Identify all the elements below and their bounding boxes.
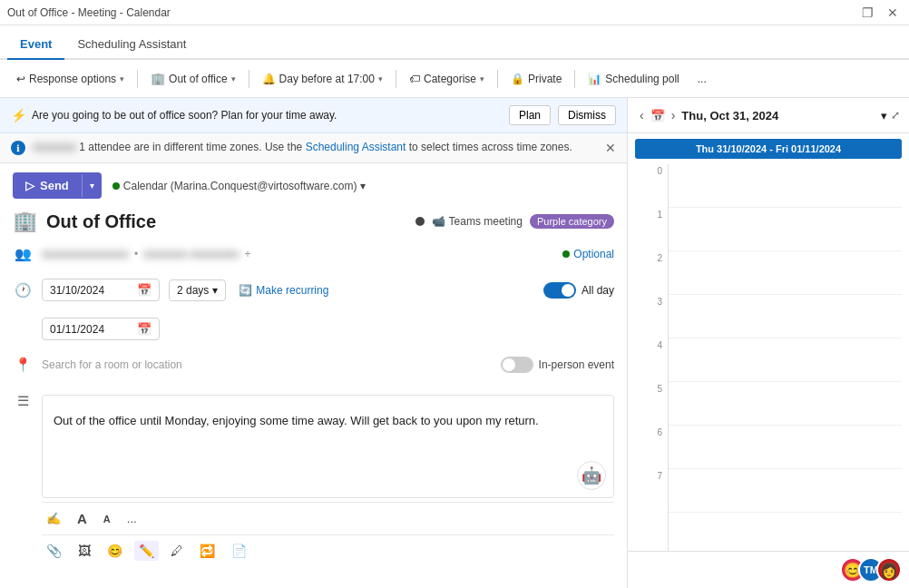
scheduling-poll-button[interactable]: 📊 Scheduling poll bbox=[581, 69, 686, 89]
title-actions: 📹 Teams meeting Purple category bbox=[415, 214, 614, 229]
insert-button[interactable]: 📄 bbox=[227, 541, 251, 561]
dismiss-button[interactable]: Dismiss bbox=[558, 105, 616, 125]
duration-select[interactable]: 2 days ▾ bbox=[169, 279, 226, 301]
event-slot-0 bbox=[669, 164, 902, 208]
calendar-prev-button[interactable]: ‹ bbox=[637, 105, 647, 125]
nav-tabs: Event Scheduling Assistant bbox=[0, 25, 909, 60]
copilot-format-button[interactable]: ✍ bbox=[42, 509, 65, 528]
attendee-1-tag: xxxxxxxxxxxxxxxx bbox=[42, 248, 129, 260]
emoji-button[interactable]: 😊 bbox=[103, 541, 127, 561]
status-dot-icon bbox=[415, 217, 425, 226]
loop-button[interactable]: 🔁 bbox=[195, 541, 220, 561]
end-calendar-icon: 📅 bbox=[137, 322, 152, 336]
all-day-toggle-track[interactable] bbox=[543, 282, 576, 299]
attendees-field[interactable]: xxxxxxxxxxxxxxxx • xxxxxxxx xxxxxxxxx + bbox=[42, 248, 553, 260]
copilot-button[interactable]: 🤖 bbox=[577, 461, 606, 490]
time-slot-1: 1 bbox=[635, 208, 668, 251]
optional-link[interactable]: Optional bbox=[562, 248, 614, 260]
send-button-main: ▷ Send bbox=[13, 172, 82, 199]
time-slot-5: 5 bbox=[635, 382, 668, 426]
font-size-small-button[interactable]: A bbox=[99, 511, 115, 527]
in-person-toggle: In-person event bbox=[501, 357, 614, 373]
scheduling-assistant-link[interactable]: Scheduling Assistant bbox=[306, 141, 406, 153]
response-options-button[interactable]: ↩ Response options ▾ bbox=[9, 69, 132, 89]
info-banner-text: ⚡ Are you going to be out of office soon… bbox=[11, 108, 337, 122]
private-button[interactable]: 🔒 Private bbox=[503, 69, 569, 89]
teams-icon: 📹 bbox=[432, 215, 445, 228]
event-slot-6 bbox=[669, 426, 902, 469]
body-text-container[interactable]: Out of the office until Monday, enjoying… bbox=[42, 395, 614, 498]
calendar-selector[interactable]: Calendar (Marina.Conquest@virtosoftware.… bbox=[112, 180, 367, 192]
out-of-office-button[interactable]: 🏢 Out of office ▾ bbox=[143, 68, 242, 89]
toolbar: ↩ Response options ▾ 🏢 Out of office ▾ 🔔… bbox=[0, 60, 909, 98]
tz-banner: ℹ xxxxxxxx 1 attendee are in different t… bbox=[0, 133, 627, 163]
calendar-expand-button[interactable]: ⤢ bbox=[891, 109, 900, 122]
attendee-2-tag: xxxxxxxx xxxxxxxxx bbox=[143, 248, 239, 260]
tab-event[interactable]: Event bbox=[7, 30, 64, 60]
scheduling-poll-icon: 📊 bbox=[588, 73, 601, 85]
draw-button[interactable]: 🖊 bbox=[166, 541, 188, 561]
body-icon: ☰ bbox=[13, 393, 33, 409]
event-building-icon: 🏢 bbox=[13, 210, 37, 233]
calendar-header: ‹ 📅 › Thu, Oct 31, 2024 ▾ ⤢ bbox=[628, 98, 909, 133]
tab-scheduling-assistant[interactable]: Scheduling Assistant bbox=[64, 30, 199, 60]
date-row: 🕐 31/10/2024 📅 2 days ▾ 🔄 Make recurring bbox=[13, 275, 614, 305]
tz-text-2: to select times across time zones. bbox=[409, 141, 572, 153]
more-options-button[interactable]: ... bbox=[690, 69, 714, 89]
reminder-icon: 🔔 bbox=[262, 73, 276, 85]
format-toolbar: ✍ A A ... bbox=[42, 502, 614, 534]
body-textarea[interactable]: Out of the office until Monday, enjoying… bbox=[54, 412, 602, 485]
restore-button[interactable]: ❐ bbox=[858, 4, 876, 22]
event-slot-1 bbox=[669, 208, 902, 251]
chevron-down-icon: ▾ bbox=[231, 74, 236, 83]
plan-button[interactable]: Plan bbox=[509, 105, 551, 125]
main-layout: ⚡ Are you going to be out of office soon… bbox=[0, 98, 909, 588]
chevron-down-icon: ▾ bbox=[378, 74, 383, 83]
title-bar: Out of Office - Meeting - Calendar ❐ ✕ bbox=[0, 0, 909, 25]
categorise-button[interactable]: 🏷 Categorise ▾ bbox=[402, 69, 492, 89]
start-date-input[interactable]: 31/10/2024 📅 bbox=[42, 279, 160, 301]
time-slot-7: 7 bbox=[635, 469, 668, 513]
more-format-button[interactable]: ... bbox=[122, 509, 142, 528]
make-recurring-button[interactable]: 🔄 Make recurring bbox=[239, 284, 328, 297]
attendee-more: + bbox=[245, 248, 251, 260]
highlight-pen-button[interactable]: ✏️ bbox=[134, 541, 159, 561]
calendar-range-banner: Thu 31/10/2024 - Fri 01/11/2024 bbox=[635, 139, 902, 159]
event-slot-5 bbox=[669, 382, 902, 426]
calendar-next-button[interactable]: › bbox=[669, 105, 679, 125]
attendees-icon: 👥 bbox=[13, 246, 33, 262]
info-banner-icon: ⚡ bbox=[11, 108, 26, 122]
teams-meeting-button[interactable]: 📹 Teams meeting bbox=[432, 215, 523, 228]
font-size-button[interactable]: A bbox=[73, 508, 92, 529]
calendar-footer: 😊 TM 👩 bbox=[628, 551, 909, 588]
calendar-icon: 📅 bbox=[137, 283, 152, 297]
end-date-input[interactable]: 01/11/2024 📅 bbox=[42, 318, 160, 340]
chevron-down-icon: ▾ bbox=[120, 74, 124, 83]
toolbar-divider-4 bbox=[497, 70, 498, 88]
location-input[interactable]: Search for a room or location bbox=[42, 358, 492, 371]
attach-image-button[interactable]: 🖼 bbox=[73, 541, 95, 561]
close-button[interactable]: ✕ bbox=[884, 4, 902, 22]
right-panel: ‹ 📅 › Thu, Oct 31, 2024 ▾ ⤢ Thu 31/10/20… bbox=[628, 98, 909, 588]
tz-banner-content: ℹ xxxxxxxx 1 attendee are in different t… bbox=[11, 141, 572, 155]
reminder-button[interactable]: 🔔 Day before at 17:00 ▾ bbox=[255, 69, 390, 89]
attach-file-button[interactable]: 📎 bbox=[42, 541, 66, 561]
calendar-chevron-icon: ▾ bbox=[360, 180, 366, 192]
calendar-time-column: 0 1 2 3 4 5 6 7 bbox=[635, 164, 668, 551]
event-slot-3 bbox=[669, 295, 902, 338]
avatar-3-icon: 👩 bbox=[880, 562, 898, 579]
time-slot-3: 3 bbox=[635, 295, 668, 338]
toolbar-divider-2 bbox=[249, 70, 249, 88]
toolbar-divider-1 bbox=[137, 70, 138, 88]
location-row: 📍 Search for a room or location In-perso… bbox=[13, 353, 614, 377]
in-person-toggle-track[interactable] bbox=[501, 357, 533, 373]
send-button[interactable]: ▷ Send ▾ bbox=[13, 172, 102, 199]
category-badge[interactable]: Purple category bbox=[530, 214, 614, 229]
tz-banner-close-button[interactable]: ✕ bbox=[605, 141, 616, 155]
location-icon: 📍 bbox=[13, 357, 33, 373]
chevron-down-icon: ▾ bbox=[480, 74, 484, 83]
chevron-down-icon: ▾ bbox=[881, 109, 887, 122]
send-arrow-icon: ▷ bbox=[25, 179, 34, 192]
toolbar-divider-3 bbox=[396, 70, 396, 88]
attach-toolbar: 📎 🖼 😊 ✏️ 🖊 🔁 📄 bbox=[42, 534, 614, 566]
